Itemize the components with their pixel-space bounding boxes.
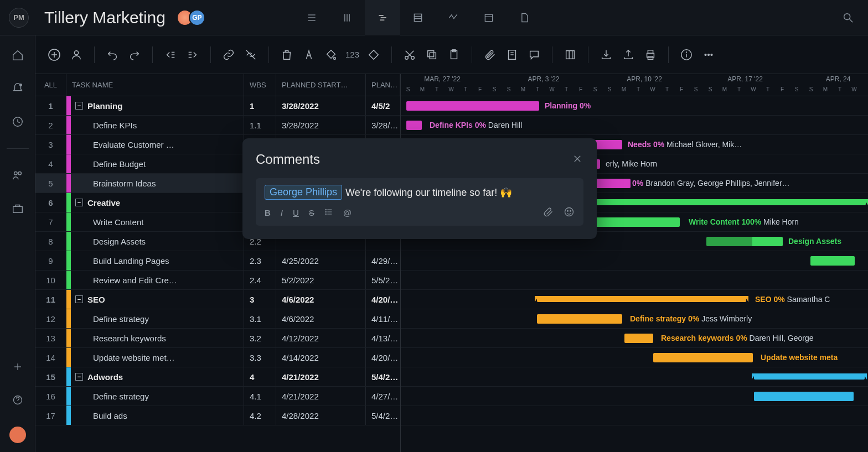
add-icon[interactable] (11, 360, 24, 373)
home-icon[interactable] (11, 49, 24, 62)
gantt-bar[interactable] (754, 392, 854, 401)
end-cell[interactable]: 4/5/2 (366, 96, 400, 115)
italic-button[interactable]: I (281, 208, 283, 217)
fill-color-button[interactable] (323, 47, 339, 63)
end-cell[interactable]: 4/27/… (366, 387, 400, 406)
end-cell[interactable]: 5/4/2… (366, 406, 400, 425)
recent-icon[interactable] (11, 115, 24, 128)
task-row[interactable]: 9 Build Landing Pages 2.3 4/25/2022 4/29… (35, 251, 400, 271)
strike-button[interactable]: S (309, 208, 314, 217)
list-button[interactable] (324, 207, 333, 218)
wbs-cell[interactable]: 2.3 (244, 251, 276, 270)
start-cell[interactable]: 3/28/2022 (276, 116, 366, 134)
percent-complete-button[interactable]: 123 (345, 50, 359, 59)
task-name-cell[interactable]: −Planning (71, 96, 244, 115)
help-icon[interactable] (11, 393, 24, 407)
calendar-view-tab[interactable] (471, 0, 507, 35)
wbs-cell[interactable]: 3.3 (244, 348, 276, 367)
column-header-start[interactable]: PLANNED START… (276, 74, 366, 96)
gantt-bar[interactable] (706, 237, 783, 246)
gantt-view-tab[interactable] (365, 0, 400, 35)
task-name-cell[interactable]: −Creative (71, 193, 244, 212)
team-icon[interactable] (11, 169, 24, 182)
gantt-bar[interactable] (406, 121, 422, 130)
task-row[interactable]: 12 Define strategy 3.1 4/6/2022 4/11/… (35, 309, 400, 329)
start-cell[interactable]: 4/28/2022 (276, 406, 366, 425)
task-row[interactable]: 1 −Planning 1 3/28/2022 4/5/2 (35, 96, 400, 116)
gantt-bar[interactable] (537, 296, 746, 302)
start-cell[interactable]: 5/2/2022 (276, 271, 366, 289)
task-row[interactable]: 2 Define KPIs 1.1 3/28/2022 3/28/… (35, 116, 400, 135)
info-button[interactable] (679, 47, 694, 63)
assign-button[interactable] (69, 47, 84, 63)
task-name-cell[interactable]: Define Budget (71, 154, 244, 173)
wbs-cell[interactable]: 1 (244, 96, 276, 115)
gantt-bar[interactable] (754, 373, 865, 380)
cut-button[interactable] (402, 47, 417, 63)
task-row[interactable]: 11 −SEO 3 4/6/2022 4/20/… (35, 290, 400, 309)
task-row[interactable]: 14 Update website met… 3.3 4/14/2022 4/2… (35, 348, 400, 367)
search-button[interactable] (837, 7, 859, 29)
collapse-icon[interactable]: − (75, 373, 83, 381)
paste-button[interactable] (446, 47, 462, 63)
app-logo[interactable]: PM (9, 8, 29, 28)
columns-button[interactable] (562, 47, 578, 63)
wbs-cell[interactable]: 3.1 (244, 309, 276, 328)
outdent-button[interactable] (163, 47, 178, 63)
start-cell[interactable]: 4/21/2022 (276, 367, 366, 386)
start-cell[interactable]: 4/25/2022 (276, 251, 366, 270)
task-row[interactable]: 16 Define strategy 4.1 4/21/2022 4/27/… (35, 387, 400, 406)
gantt-bar[interactable] (537, 314, 622, 324)
start-cell[interactable]: 4/12/2022 (276, 329, 366, 347)
task-name-cell[interactable]: Update website met… (71, 348, 244, 367)
task-row[interactable]: 10 Review and Edit Cre… 2.4 5/2/2022 5/5… (35, 271, 400, 290)
column-header-name[interactable]: TASK NAME (66, 74, 244, 96)
unlink-button[interactable] (243, 47, 259, 63)
task-name-cell[interactable]: Build Landing Pages (71, 251, 244, 270)
export-button[interactable] (621, 47, 636, 63)
end-cell[interactable]: 4/29/… (366, 251, 400, 270)
delete-button[interactable] (279, 47, 294, 63)
collapse-icon[interactable]: − (75, 102, 83, 110)
add-task-button[interactable] (46, 47, 62, 63)
attach-icon[interactable] (542, 206, 554, 219)
user-avatar[interactable] (9, 427, 26, 443)
portfolio-icon[interactable] (11, 202, 24, 215)
emoji-icon[interactable] (564, 206, 575, 219)
gantt-bar[interactable] (406, 101, 539, 111)
start-cell[interactable]: 4/6/2022 (276, 309, 366, 328)
link-button[interactable] (221, 47, 236, 63)
comment-button[interactable] (526, 47, 542, 63)
milestone-button[interactable] (366, 47, 381, 63)
task-name-cell[interactable]: −Adwords (71, 367, 244, 386)
close-icon[interactable] (572, 154, 583, 165)
task-name-cell[interactable]: −SEO (71, 290, 244, 309)
start-cell[interactable]: 3/28/2022 (276, 96, 366, 115)
collapse-icon[interactable]: − (75, 199, 83, 206)
redo-button[interactable] (127, 47, 142, 63)
notes-button[interactable] (504, 47, 520, 63)
gantt-bar[interactable] (624, 334, 653, 343)
column-header-end[interactable]: PLAN… (366, 74, 400, 96)
task-name-cell[interactable]: Define strategy (71, 309, 244, 328)
wbs-cell[interactable]: 2.4 (244, 271, 276, 289)
task-row[interactable]: 15 −Adwords 4 4/21/2022 5/4/2… (35, 367, 400, 387)
end-cell[interactable]: 3/28/… (366, 116, 400, 134)
task-name-cell[interactable]: Evaluate Customer … (71, 135, 244, 154)
task-name-cell[interactable]: Build ads (71, 406, 244, 425)
end-cell[interactable]: 4/20/… (366, 290, 400, 309)
notifications-icon[interactable] (11, 82, 24, 95)
task-name-cell[interactable]: Define strategy (71, 387, 244, 406)
board-view-tab[interactable] (329, 0, 365, 35)
column-header-wbs[interactable]: WBS (244, 74, 276, 96)
print-button[interactable] (643, 47, 658, 63)
collapse-icon[interactable]: − (75, 295, 83, 303)
end-cell[interactable]: 4/11/… (366, 309, 400, 328)
start-cell[interactable]: 4/14/2022 (276, 348, 366, 367)
mention-button[interactable]: @ (343, 208, 352, 217)
mention-chip[interactable]: George Phillips (265, 185, 342, 200)
copy-button[interactable] (424, 47, 440, 63)
gantt-bar[interactable] (810, 256, 855, 266)
underline-button[interactable]: U (293, 208, 299, 217)
gantt-bar[interactable] (653, 353, 753, 362)
